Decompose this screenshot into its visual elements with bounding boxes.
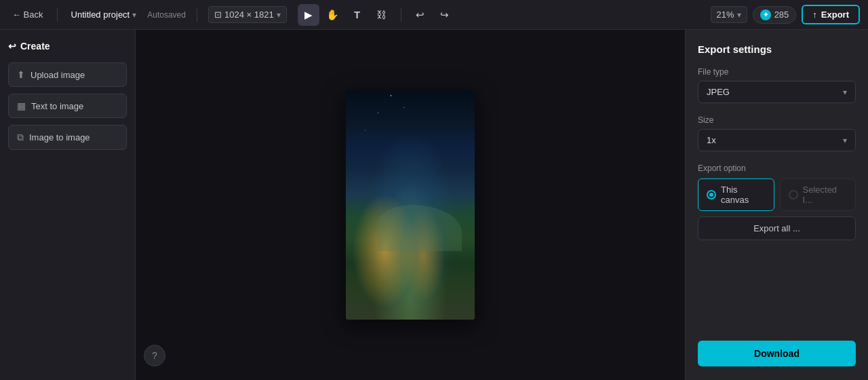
size-select[interactable]: 1x: [698, 129, 856, 151]
download-label: Download: [754, 348, 800, 359]
undo-button[interactable]: ↩: [410, 4, 431, 26]
file-type-group: File type JPEG: [698, 67, 856, 103]
chevron-down-icon3: [737, 10, 741, 20]
help-button[interactable]: ?: [144, 345, 165, 366]
export-option-group: Export option This canvas Selected I... …: [698, 164, 856, 240]
upload-image-label: Upload image: [31, 70, 85, 80]
sidebar-header: ↩ Create: [8, 38, 127, 56]
selected-items-button[interactable]: Selected I...: [780, 178, 856, 211]
redo-icon: ↪: [440, 9, 449, 21]
credit-badge[interactable]: ✦ 285: [753, 6, 797, 24]
back-label: ← Back: [12, 10, 43, 20]
chevron-down-icon: [132, 10, 136, 20]
canvas-image-inner: [346, 90, 475, 320]
text-to-image-label: Text to image: [31, 101, 83, 111]
text-image-icon: ▦: [17, 100, 26, 111]
zoom-level-label: 21%: [717, 10, 734, 20]
resize-icon: ⊡: [214, 10, 222, 20]
canvas-image: [346, 90, 475, 320]
chevron-down-icon2: [277, 10, 281, 20]
download-button[interactable]: Download: [698, 341, 856, 366]
hand-icon: ✋: [326, 9, 339, 21]
topbar-right: 21% ✦ 285 ↑ ↑ Export Export: [711, 5, 860, 24]
credit-count: 285: [774, 10, 789, 20]
selected-label: Selected I...: [803, 185, 848, 205]
text-icon: T: [354, 9, 360, 20]
this-canvas-button[interactable]: This canvas: [698, 178, 774, 211]
file-type-label: File type: [698, 67, 856, 77]
size-label: Size: [698, 115, 856, 125]
upload-icon: ⬆: [17, 69, 25, 80]
size-value: 1x: [707, 135, 716, 145]
project-name-label: Untitled project: [71, 10, 130, 20]
redo-button[interactable]: ↪: [434, 4, 456, 26]
separator: [57, 8, 58, 22]
hand-tool-button[interactable]: ✋: [322, 4, 344, 26]
this-canvas-label: This canvas: [721, 185, 766, 205]
export-all-label: Export all ...: [753, 223, 800, 233]
text-to-image-button[interactable]: ▦ Text to image: [8, 94, 127, 118]
select-tool-button[interactable]: ▶: [298, 4, 319, 26]
sidebar: ↩ Create ⬆ Upload image ▦ Text to image …: [0, 30, 136, 380]
export-settings-title: Export settings: [698, 43, 856, 55]
credit-icon: ✦: [760, 10, 771, 20]
file-type-value: JPEG: [707, 87, 730, 97]
help-icon: ?: [152, 350, 157, 361]
upload-image-button[interactable]: ⬆ Upload image: [8, 62, 127, 87]
selected-radio: [789, 190, 798, 200]
export-option-row: This canvas Selected I...: [698, 178, 856, 211]
topbar: ← Back Untitled project Autosaved ⊡ 1024…: [0, 0, 868, 30]
main-area: ↩ Create ⬆ Upload image ▦ Text to image …: [0, 30, 868, 380]
this-canvas-radio: [707, 190, 716, 200]
separator3: [401, 8, 401, 22]
topbar-left: ← Back Untitled project Autosaved: [8, 7, 186, 22]
toolbar-tools: ▶ ✋ T ⛓ ↩ ↪: [298, 4, 456, 26]
export-option-label: Export option: [698, 164, 856, 173]
autosaved-label: Autosaved: [147, 10, 186, 20]
canvas-image-container: [346, 90, 475, 320]
select-icon: ▶: [304, 9, 313, 21]
img-img-icon: ⧉: [17, 132, 24, 143]
image-to-image-label: Image to image: [29, 132, 90, 142]
project-name-button[interactable]: Untitled project: [67, 7, 141, 22]
export-all-button[interactable]: Export all ...: [698, 216, 856, 240]
export-up-icon: ↑: [812, 10, 817, 20]
link-tool-button[interactable]: ⛓: [371, 4, 393, 26]
canvas-size-control[interactable]: ⊡ 1024 × 1821: [208, 6, 287, 23]
image-to-image-button[interactable]: ⧉ Image to image: [8, 125, 127, 150]
zoom-control[interactable]: 21%: [711, 6, 747, 23]
undo-icon: ↩: [416, 9, 425, 21]
chevron-down-icon4: [843, 87, 847, 97]
link-icon: ⛓: [376, 9, 387, 20]
canvas-size-label: 1024 × 1821: [224, 10, 274, 20]
sidebar-title: Create: [20, 41, 50, 52]
size-group: Size 1x: [698, 115, 856, 151]
chevron-down-icon5: [843, 135, 847, 145]
canvas-area[interactable]: ?: [136, 30, 685, 380]
text-tool-button[interactable]: T: [347, 4, 368, 26]
separator2: [197, 8, 197, 22]
back-button[interactable]: ← Back: [8, 7, 47, 22]
file-type-select[interactable]: JPEG: [698, 81, 856, 103]
export-panel: Export settings File type JPEG Size 1x E…: [685, 30, 868, 380]
export-button[interactable]: ↑ ↑ Export Export: [802, 5, 860, 24]
create-back-icon: ↩: [8, 41, 16, 52]
